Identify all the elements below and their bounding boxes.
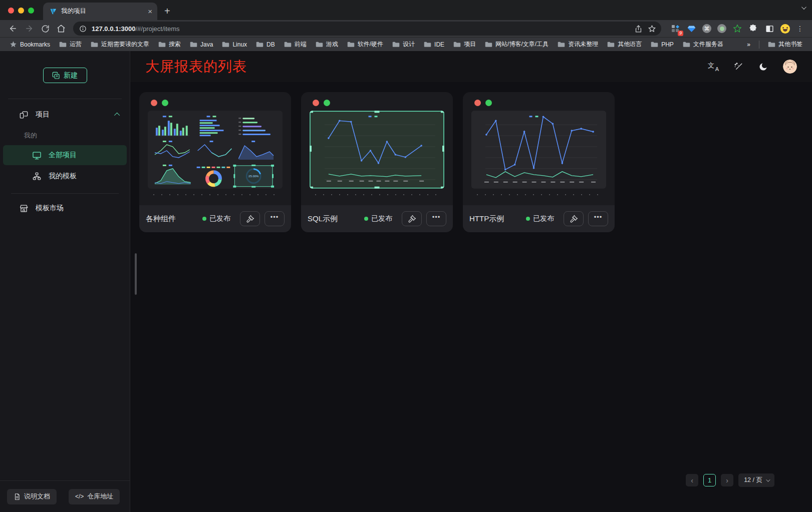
- folder-icon: [347, 41, 355, 48]
- browser-menu-icon[interactable]: ⋮: [796, 25, 804, 33]
- forward-button[interactable]: [22, 22, 36, 36]
- sidebar-item-my-templates[interactable]: 我的模板: [3, 166, 127, 186]
- docs-button[interactable]: 说明文档: [7, 489, 57, 504]
- prev-page-button[interactable]: ‹: [686, 474, 698, 486]
- new-tab-button[interactable]: +: [164, 6, 170, 16]
- red-dot-icon: [313, 100, 319, 106]
- code-icon: </>: [75, 493, 84, 500]
- bookmark-folder[interactable]: 游戏: [311, 40, 343, 49]
- bookmarks-manager[interactable]: Bookmarks: [5, 41, 55, 48]
- project-thumbnail[interactable]: [310, 111, 444, 189]
- bookmark-folder[interactable]: 运营: [55, 40, 86, 49]
- more-button[interactable]: •••: [426, 211, 446, 226]
- site-info-icon[interactable]: [79, 25, 87, 33]
- browser-tab[interactable]: 我的项目 ×: [43, 3, 157, 20]
- project-thumbnail[interactable]: 25.00%: [148, 111, 283, 189]
- address-bar[interactable]: 127.0.0.1:3000/#/project/items: [73, 22, 661, 36]
- bookmark-star-icon[interactable]: [648, 25, 656, 33]
- theme-wand-icon[interactable]: [734, 62, 743, 72]
- project-title: HTTP示例: [469, 214, 504, 224]
- project-card[interactable]: HTTP示例 已发布 •••: [463, 92, 615, 232]
- project-card[interactable]: 25.00% 各种组件 已发布 •••: [139, 92, 291, 232]
- sidebar-item-template-market[interactable]: 模板市场: [3, 198, 127, 219]
- bookmark-folder[interactable]: Java: [185, 41, 217, 48]
- bookmark-folder[interactable]: 网站/博客/文章/工具: [480, 40, 553, 49]
- bookmark-folder[interactable]: Linux: [217, 41, 251, 48]
- card-traffic-dots: [148, 99, 283, 106]
- folder-icon: [59, 41, 67, 48]
- language-toggle-icon[interactable]: 文A: [708, 62, 719, 72]
- screens-icon: [19, 110, 29, 120]
- bookmark-folder[interactable]: DB: [251, 41, 280, 48]
- home-button[interactable]: [54, 22, 68, 36]
- emoji-extension-icon[interactable]: [780, 24, 790, 34]
- share-icon[interactable]: [634, 25, 643, 33]
- bookmark-folder[interactable]: 文件服务器: [678, 40, 728, 49]
- recorder-extension-icon[interactable]: [717, 24, 726, 33]
- sidebar-item-all-projects[interactable]: 全部项目: [3, 145, 127, 165]
- tab-close-icon[interactable]: ×: [148, 8, 152, 15]
- bookmarks-overflow-button[interactable]: »: [742, 41, 755, 48]
- project-thumbnail[interactable]: [471, 111, 606, 189]
- card-footer: HTTP示例 已发布 •••: [463, 205, 615, 232]
- bookmark-folder[interactable]: 前端: [280, 40, 311, 49]
- card-footer: SQL示例 已发布 •••: [301, 205, 453, 232]
- back-button[interactable]: [6, 22, 20, 36]
- new-project-button[interactable]: 新建: [43, 68, 87, 83]
- puzzle-extensions-icon[interactable]: [748, 24, 758, 34]
- more-button[interactable]: •••: [588, 211, 608, 226]
- current-page-button[interactable]: 1: [703, 474, 716, 486]
- folder-icon: [453, 41, 461, 48]
- bookmark-folder[interactable]: 软件/硬件: [343, 40, 388, 49]
- tab-search-chevron-icon[interactable]: [801, 5, 806, 10]
- folder-icon: [558, 41, 565, 48]
- bookmark-folder[interactable]: 设计: [388, 40, 419, 49]
- bookmark-folder[interactable]: IDE: [419, 41, 449, 48]
- bookmark-folder[interactable]: 项目: [449, 40, 480, 49]
- bookmark-label: 运营: [70, 40, 82, 49]
- card-traffic-dots: [471, 99, 606, 106]
- sidebar: 新建 项目 我的 全部项目: [0, 51, 130, 512]
- minimize-window-icon[interactable]: [18, 8, 24, 14]
- bookmark-folder[interactable]: 资讯未整理: [553, 40, 603, 49]
- folder-icon: [607, 41, 615, 48]
- bookmark-label: DB: [266, 41, 275, 48]
- sidebar-group-projects[interactable]: 项目: [3, 104, 127, 125]
- status-dot-icon: [202, 217, 206, 221]
- bookmark-folder[interactable]: PHP: [646, 41, 678, 48]
- page-size-select[interactable]: 12 / 页: [738, 473, 774, 487]
- edit-button[interactable]: [402, 211, 422, 226]
- sidebar-toggle-icon[interactable]: [764, 24, 774, 34]
- window-controls[interactable]: [0, 8, 43, 20]
- status-badge: 已发布: [526, 214, 554, 223]
- green-dot-icon: [485, 100, 492, 106]
- my-templates-label: 我的模板: [49, 172, 77, 181]
- dotted-divider: [150, 194, 281, 196]
- maximize-window-icon[interactable]: [28, 8, 34, 14]
- tab-manager-extension-icon[interactable]: 9: [670, 24, 680, 34]
- bookmark-folder[interactable]: 搜索: [154, 40, 185, 49]
- project-card[interactable]: SQL示例 已发布 •••: [301, 92, 453, 232]
- collapse-chevron-icon[interactable]: [114, 113, 120, 118]
- bookmark-folder[interactable]: 其他语言: [603, 40, 646, 49]
- project-title: SQL示例: [308, 214, 338, 224]
- gem-extension-icon[interactable]: [686, 24, 696, 34]
- repo-button[interactable]: </> 仓库地址: [69, 489, 120, 504]
- command-extension-icon[interactable]: ⌘: [702, 24, 711, 33]
- dark-mode-moon-icon[interactable]: [758, 62, 768, 72]
- edit-button[interactable]: [564, 211, 584, 226]
- goview-app: 新建 项目 我的 全部项目: [0, 51, 812, 512]
- bookmark-folder[interactable]: 近期需要读的文章: [86, 40, 154, 49]
- next-page-button[interactable]: ›: [721, 474, 733, 486]
- bookmark-label: Java: [200, 41, 213, 48]
- pagination: ‹ 1 › 12 / 页: [686, 473, 774, 487]
- reload-button[interactable]: [38, 22, 52, 36]
- more-button[interactable]: •••: [264, 211, 285, 226]
- star-extension-icon[interactable]: [732, 24, 742, 34]
- user-avatar[interactable]: [783, 60, 797, 74]
- close-window-icon[interactable]: [8, 8, 14, 14]
- scrollbar-thumb[interactable]: [135, 253, 137, 295]
- folder-icon: [284, 41, 292, 48]
- other-bookmarks-button[interactable]: 其他书签: [763, 40, 807, 49]
- edit-button[interactable]: [240, 211, 260, 226]
